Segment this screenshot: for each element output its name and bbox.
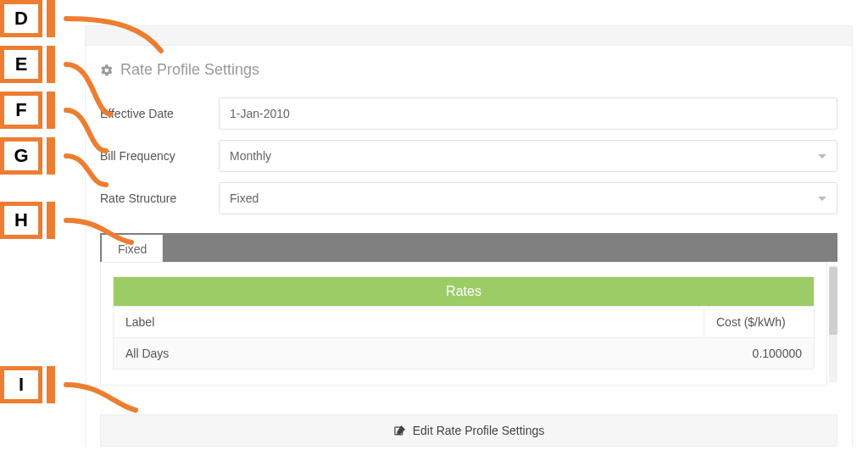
- label-effective-date: Effective Date: [100, 107, 219, 120]
- edit-rate-profile-button[interactable]: Edit Rate Profile Settings: [100, 414, 837, 447]
- input-effective-date-value: 1-Jan-2010: [230, 107, 290, 120]
- chevron-down-icon: [818, 154, 826, 158]
- settings-panel: Rate Profile Settings Effective Date 1-J…: [85, 25, 853, 447]
- rates-row-cost: 0.100000: [704, 338, 814, 369]
- callout-i: I: [0, 366, 42, 403]
- rates-row-label: All Days: [114, 338, 704, 369]
- callout-g-label: G: [14, 145, 28, 167]
- rates-table: Rates Label Cost ($/kWh) All Days 0.1000…: [113, 276, 815, 369]
- callout-e: E: [0, 46, 42, 83]
- callout-g: G: [0, 137, 42, 175]
- table-row: All Days 0.100000: [114, 338, 814, 369]
- callout-g-bar: [47, 137, 55, 175]
- callout-d-bar: [47, 0, 55, 37]
- section-title-text: Rate Profile Settings: [120, 61, 259, 79]
- tab-fixed[interactable]: Fixed: [102, 235, 163, 262]
- label-bill-frequency: Bill Frequency: [100, 149, 219, 163]
- select-bill-frequency-value: Monthly: [230, 149, 271, 163]
- tab-fixed-label: Fixed: [118, 242, 147, 256]
- rates-header-label: Label: [114, 307, 704, 337]
- callout-f-bar: [47, 92, 55, 129]
- callout-i-label: I: [19, 374, 24, 396]
- input-effective-date[interactable]: 1-Jan-2010: [219, 97, 837, 130]
- row-rate-structure: Rate Structure Fixed: [100, 182, 837, 214]
- callout-f-label: F: [15, 99, 26, 121]
- section-title: Rate Profile Settings: [100, 61, 837, 79]
- rates-header-row: Label Cost ($/kWh): [114, 306, 814, 338]
- callout-h-label: H: [14, 209, 28, 231]
- label-rate-structure: Rate Structure: [100, 192, 219, 205]
- pencil-square-icon: [393, 425, 406, 437]
- callout-e-bar: [47, 46, 55, 83]
- callout-f: F: [0, 92, 42, 129]
- callout-i-bar: [47, 366, 55, 403]
- callout-h-bar: [47, 202, 55, 239]
- rates-title: Rates: [114, 277, 814, 306]
- edit-button-label: Edit Rate Profile Settings: [413, 424, 545, 437]
- row-effective-date: Effective Date 1-Jan-2010: [100, 97, 837, 130]
- select-rate-structure[interactable]: Fixed: [219, 182, 837, 214]
- gear-icon: [100, 64, 114, 77]
- panel-header-strip: [85, 25, 853, 46]
- tab-strip: Fixed: [100, 233, 837, 262]
- scrollbar[interactable]: [829, 265, 837, 382]
- select-bill-frequency[interactable]: Monthly: [219, 140, 837, 172]
- chevron-down-icon: [818, 197, 826, 201]
- row-bill-frequency: Bill Frequency Monthly: [100, 140, 837, 172]
- callout-d: D: [0, 0, 42, 37]
- callout-h: H: [0, 202, 42, 239]
- scrollbar-thumb[interactable]: [829, 267, 837, 335]
- rates-header-cost: Cost ($/kWh): [704, 307, 814, 337]
- tab-content-fixed: Rates Label Cost ($/kWh) All Days 0.1000…: [100, 262, 827, 386]
- callout-e-label: E: [15, 53, 28, 75]
- callout-d-label: D: [14, 8, 28, 30]
- select-rate-structure-value: Fixed: [230, 192, 259, 205]
